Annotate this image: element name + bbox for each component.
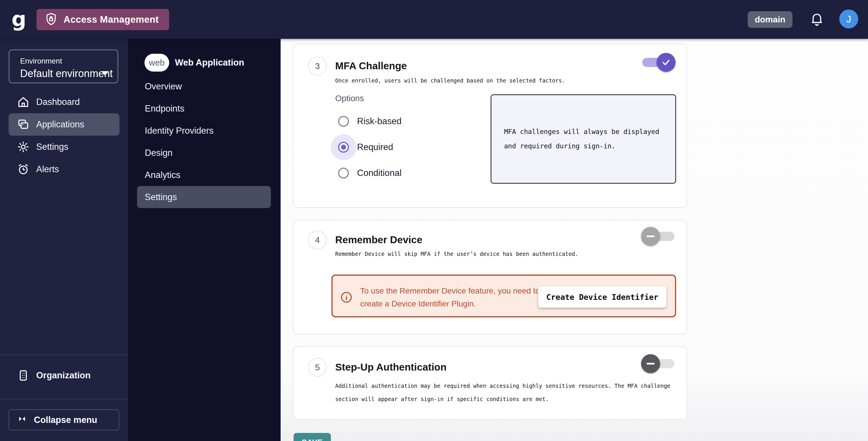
sidebar-item-label: Settings <box>36 142 68 152</box>
radio-label: Conditional <box>357 168 402 178</box>
home-icon <box>17 95 30 109</box>
notifications-bell-icon[interactable] <box>809 12 824 27</box>
app-nav-item-label: Endpoints <box>145 104 184 114</box>
app-nav-item-overview[interactable]: Overview <box>137 75 271 97</box>
organization-label: Organization <box>36 370 91 381</box>
radio-icon <box>338 168 349 179</box>
primary-nav-list: Dashboard Applications Settings <box>0 91 128 180</box>
radio-option-required[interactable]: Required <box>335 134 393 160</box>
sidebar-item-dashboard[interactable]: Dashboard <box>9 91 120 113</box>
app-nav-item-settings[interactable]: Settings <box>137 186 271 208</box>
sidebar-item-organization[interactable]: Organization <box>9 364 119 387</box>
remember-device-toggle[interactable] <box>642 231 674 242</box>
sidebar-item-label: Applications <box>36 119 84 130</box>
app-nav-item-design[interactable]: Design <box>137 142 271 164</box>
radio-label: Risk-based <box>357 116 402 126</box>
create-device-identifier-button[interactable]: Create Device Identifier <box>538 286 666 307</box>
radio-selected-icon <box>338 142 349 153</box>
sidebar-item-alerts[interactable]: Alerts <box>9 158 120 180</box>
mfa-info-text: MFA challenges will always be displayed … <box>504 124 665 153</box>
mfa-info-panel: MFA challenges will always be displayed … <box>491 94 676 184</box>
collapse-icon <box>17 415 27 425</box>
radio-icon <box>338 116 349 127</box>
sidebar-item-applications[interactable]: Applications <box>9 113 120 136</box>
device-identifier-warning: To use the Remember Device feature, you … <box>332 274 676 317</box>
app-type-badge: web <box>145 54 169 71</box>
mfa-challenge-toggle[interactable] <box>642 57 674 68</box>
collapse-menu-button[interactable]: Collapse menu <box>9 409 119 430</box>
card-title: Step-Up Authentication <box>335 361 447 373</box>
step-number: 3 <box>308 57 327 76</box>
card-description: Additional authentication may be require… <box>335 379 677 406</box>
user-avatar[interactable]: J <box>839 9 858 28</box>
app-nav-item-endpoints[interactable]: Endpoints <box>137 97 271 120</box>
environment-selector[interactable]: Environment Default environment <box>9 50 118 83</box>
page: { "topbar": { "logo_letter": "g", "app_b… <box>0 0 868 441</box>
top-bar: g Access Management domain J <box>0 0 868 39</box>
remember-device-card: 4 Remember Device Remember Device will s… <box>293 220 687 334</box>
access-management-label: Access Management <box>63 14 159 25</box>
sidebar-divider <box>0 399 128 399</box>
chevron-down-icon <box>101 71 109 77</box>
sidebar-item-label: Alerts <box>36 164 59 175</box>
environment-label: Environment <box>20 57 62 65</box>
card-title: Remember Device <box>335 234 423 245</box>
app-nav-item-label: Design <box>145 148 173 158</box>
step-up-toggle[interactable] <box>642 358 674 369</box>
card-description: Remember Device will skip MFA if the use… <box>335 251 578 257</box>
environment-value: Default environment <box>20 67 113 80</box>
app-nav-item-label: Identity Providers <box>145 126 214 136</box>
app-nav-item-label: Analytics <box>145 170 180 180</box>
shield-lock-icon <box>44 12 58 27</box>
radio-label: Required <box>357 142 393 152</box>
toggle-thumb-minus-icon <box>641 354 660 373</box>
app-title: Web Application <box>175 58 244 68</box>
primary-sidebar: Environment Default environment Dashboar… <box>0 39 128 441</box>
step-number: 5 <box>308 358 327 377</box>
radio-option-conditional[interactable]: Conditional <box>335 160 402 186</box>
organization-icon <box>17 369 30 382</box>
sidebar-item-label: Dashboard <box>36 97 80 107</box>
options-label: Options <box>335 94 364 103</box>
application-nav: web Web Application Overview Endpoints I… <box>128 39 281 441</box>
applications-icon <box>17 118 30 131</box>
toggle-thumb-check-icon <box>657 53 676 72</box>
card-description: Once enrolled, users will be challenged … <box>335 77 565 84</box>
card-title: MFA Challenge <box>335 60 407 71</box>
app-nav-item-analytics[interactable]: Analytics <box>137 164 271 186</box>
sidebar-item-settings[interactable]: Settings <box>9 136 120 158</box>
app-nav-item-label: Overview <box>145 81 182 92</box>
settings-content: 3 MFA Challenge Once enrolled, users wil… <box>281 39 868 441</box>
domain-button[interactable]: domain <box>748 11 793 28</box>
access-management-badge[interactable]: Access Management <box>36 9 169 30</box>
gear-icon <box>17 140 30 153</box>
step-number: 4 <box>308 231 327 249</box>
gravitee-logo[interactable]: g <box>11 8 32 31</box>
mfa-challenge-card: 3 MFA Challenge Once enrolled, users wil… <box>293 44 687 208</box>
toggle-thumb-minus-icon <box>641 227 660 246</box>
step-up-authentication-card: 5 Step-Up Authentication Additional auth… <box>293 346 687 420</box>
app-nav-item-identity-providers[interactable]: Identity Providers <box>137 120 271 142</box>
app-nav-list: Overview Endpoints Identity Providers De… <box>128 75 281 208</box>
info-icon <box>340 291 353 303</box>
collapse-menu-label: Collapse menu <box>34 415 97 425</box>
app-nav-item-label: Settings <box>145 192 177 202</box>
radio-option-risk-based[interactable]: Risk-based <box>335 108 402 134</box>
warning-text: To use the Remember Device feature, you … <box>360 284 561 310</box>
sidebar-divider <box>0 354 128 355</box>
save-button[interactable]: SAVE <box>293 433 331 441</box>
alarm-clock-icon <box>17 163 30 176</box>
